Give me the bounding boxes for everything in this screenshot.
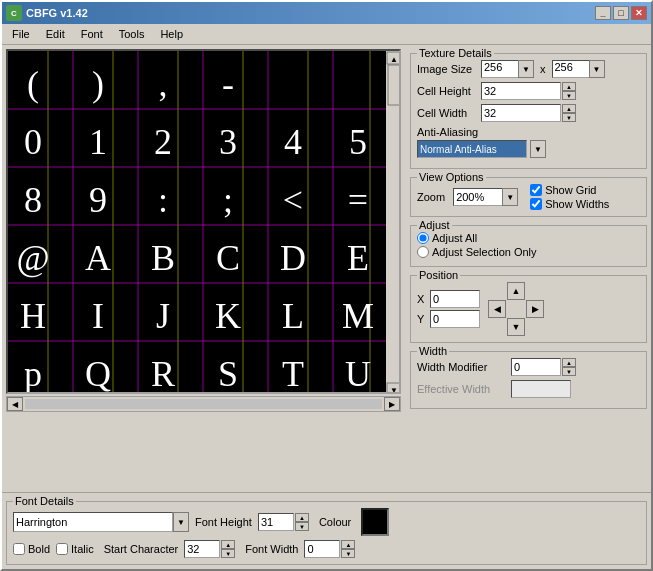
font-width-wrap: ▲ ▼ (304, 540, 355, 558)
svg-text:8: 8 (24, 180, 42, 220)
bottom-panel: Font Details Harrington ▼ Font Height ▲ … (2, 492, 651, 569)
svg-text:1: 1 (89, 122, 107, 162)
anti-alias-dropdown-btn[interactable]: ▼ (530, 140, 546, 158)
image-size-y-wrap: 256 ▼ (552, 60, 605, 78)
x-separator: x (540, 63, 546, 75)
width-modifier-up[interactable]: ▲ (562, 358, 576, 367)
cell-width-up[interactable]: ▲ (562, 104, 576, 113)
x-input[interactable] (430, 290, 480, 308)
image-size-x-dropdown-btn[interactable]: ▼ (518, 60, 534, 78)
arrow-down-button[interactable]: ▼ (507, 318, 525, 336)
font-width-input[interactable] (304, 540, 340, 558)
width-modifier-input[interactable] (511, 358, 561, 376)
arrow-pad: ▲ ◀ ▶ ▼ (488, 282, 544, 336)
minimize-button[interactable]: _ (595, 6, 611, 20)
font-name-dropdown[interactable]: Harrington (13, 512, 173, 532)
menu-font[interactable]: Font (75, 26, 109, 42)
zoom-dropdown-btn[interactable]: ▼ (502, 188, 518, 206)
font-height-down[interactable]: ▼ (295, 522, 309, 531)
width-modifier-wrap: ▲ ▼ (511, 358, 576, 376)
anti-alias-select[interactable]: Normal Anti-Alias (417, 140, 527, 158)
svg-text:L: L (282, 296, 304, 336)
show-grid-checkbox[interactable] (530, 184, 542, 196)
main-content: ( ) , - 0 1 2 3 4 5 8 9 : ; < (2, 45, 651, 492)
canvas-scrollbar-h[interactable]: ◀ ▶ (6, 396, 401, 412)
zoom-select[interactable]: 200% (453, 188, 503, 206)
title-bar: C CBFG v1.42 _ □ ✕ (2, 2, 651, 24)
image-size-row: Image Size 256 ▼ x 256 ▼ (417, 60, 640, 78)
italic-checkbox[interactable] (56, 543, 68, 555)
start-char-down[interactable]: ▼ (221, 549, 235, 558)
adjust-selection-radio[interactable] (417, 246, 429, 258)
anti-alias-select-row: Normal Anti-Alias ▼ (417, 140, 640, 158)
image-size-y-dropdown[interactable]: 256 (552, 60, 590, 78)
cell-height-down[interactable]: ▼ (562, 91, 576, 100)
start-char-up[interactable]: ▲ (221, 540, 235, 549)
image-size-y-dropdown-btn[interactable]: ▼ (589, 60, 605, 78)
font-name-dropdown-btn[interactable]: ▼ (173, 512, 189, 532)
cell-height-input-wrap: ▲ ▼ (481, 82, 576, 100)
width-group: Width Width Modifier ▲ ▼ Effective Width (410, 351, 647, 409)
font-height-up[interactable]: ▲ (295, 513, 309, 522)
x-label: X (417, 293, 427, 305)
menu-help[interactable]: Help (154, 26, 189, 42)
colour-swatch[interactable] (361, 508, 389, 536)
texture-details-title: Texture Details (417, 47, 494, 59)
cell-height-input[interactable] (481, 82, 561, 100)
arrow-left-button[interactable]: ◀ (488, 300, 506, 318)
view-checkboxes: Show Grid Show Widths (530, 184, 609, 210)
svg-text:J: J (156, 296, 170, 336)
svg-text:T: T (282, 354, 304, 394)
x-field-row: X (417, 290, 480, 308)
show-grid-item: Show Grid (530, 184, 609, 196)
svg-text:;: ; (223, 180, 233, 220)
font-width-down[interactable]: ▼ (341, 549, 355, 558)
width-modifier-down[interactable]: ▼ (562, 367, 576, 376)
menu-edit[interactable]: Edit (40, 26, 71, 42)
svg-text:U: U (345, 354, 371, 394)
scroll-left-button[interactable]: ◀ (7, 397, 23, 411)
arrow-right-button[interactable]: ▶ (526, 300, 544, 318)
maximize-button[interactable]: □ (613, 6, 629, 20)
show-widths-checkbox[interactable] (530, 198, 542, 210)
bold-checkbox[interactable] (13, 543, 25, 555)
menu-tools[interactable]: Tools (113, 26, 151, 42)
svg-text:9: 9 (89, 180, 107, 220)
width-modifier-label: Width Modifier (417, 361, 507, 373)
scrollbar-track-h[interactable] (25, 399, 382, 409)
start-char-label: Start Character (104, 543, 179, 555)
cell-width-down[interactable]: ▼ (562, 113, 576, 122)
cell-width-input-wrap: ▲ ▼ (481, 104, 576, 122)
menu-file[interactable]: File (6, 26, 36, 42)
font-name-row: Harrington ▼ Font Height ▲ ▼ Colour (13, 508, 640, 536)
cell-width-input[interactable] (481, 104, 561, 122)
svg-text:R: R (151, 354, 175, 394)
svg-text:0: 0 (24, 122, 42, 162)
image-size-x-dropdown[interactable]: 256 (481, 60, 519, 78)
font-height-input[interactable] (258, 513, 294, 531)
cell-height-up[interactable]: ▲ (562, 82, 576, 91)
start-char-input[interactable] (184, 540, 220, 558)
arrow-up-button[interactable]: ▲ (507, 282, 525, 300)
adjust-all-label: Adjust All (432, 232, 477, 244)
y-field-row: Y (417, 310, 480, 328)
font-width-up[interactable]: ▲ (341, 540, 355, 549)
show-widths-item: Show Widths (530, 198, 609, 210)
effective-width-row: Effective Width (417, 380, 640, 398)
scroll-right-button[interactable]: ▶ (384, 397, 400, 411)
effective-width-label: Effective Width (417, 383, 507, 395)
y-input[interactable] (430, 310, 480, 328)
svg-text:E: E (347, 238, 369, 278)
zoom-label: Zoom (417, 191, 445, 203)
font-canvas[interactable]: ( ) , - 0 1 2 3 4 5 8 9 : ; < (6, 49, 401, 394)
svg-text:C: C (216, 238, 240, 278)
adjust-all-item: Adjust All (417, 232, 640, 244)
svg-text:B: B (151, 238, 175, 278)
anti-alias-row: Anti-Aliasing (417, 126, 640, 138)
adjust-all-radio[interactable] (417, 232, 429, 244)
svg-text:@: @ (16, 238, 49, 278)
cell-width-spin: ▲ ▼ (562, 104, 576, 122)
right-panel: Texture Details Image Size 256 ▼ x 256 ▼ (410, 49, 647, 488)
width-modifier-row: Width Modifier ▲ ▼ (417, 358, 640, 376)
close-button[interactable]: ✕ (631, 6, 647, 20)
